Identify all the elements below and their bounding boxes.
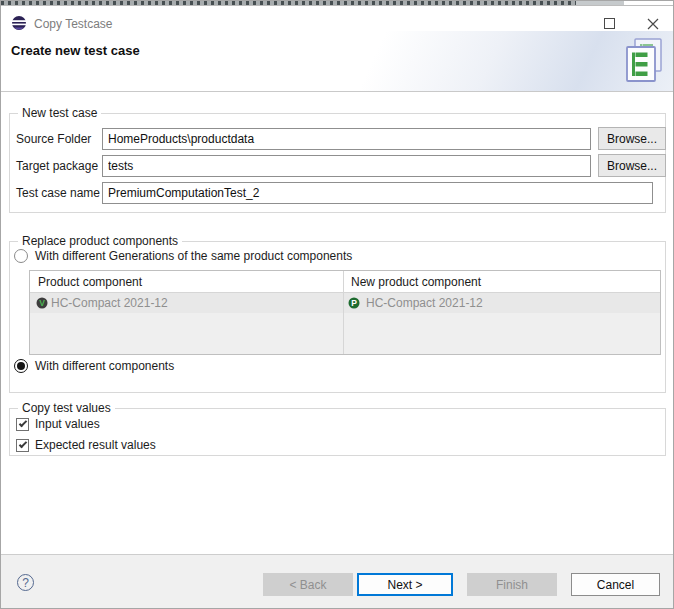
radio-different-generations-label: With different Generations of the same p… <box>35 249 352 263</box>
target-package-browse-button[interactable]: Browse... <box>598 154 666 177</box>
group-new-test-case: New test case Source Folder Browse... Ta… <box>9 113 666 213</box>
radio-different-components-circle[interactable] <box>14 359 28 373</box>
new-product-component-value: HC-Compact 2021-12 <box>366 296 483 310</box>
group-copy-test-values-title: Copy test values <box>18 401 115 415</box>
test-case-name-input[interactable] <box>102 182 653 204</box>
source-folder-label: Source Folder <box>16 132 91 146</box>
group-replace-title: Replace product components <box>18 234 182 248</box>
radio-different-components[interactable]: With different components <box>14 359 174 373</box>
group-copy-test-values: Copy test values Input values Expected r… <box>9 408 666 456</box>
check-icon <box>18 419 26 427</box>
group-replace-product-components: Replace product components With differen… <box>9 241 666 393</box>
product-component-value: HC-Compact 2021-12 <box>51 296 168 310</box>
group-new-test-case-title: New test case <box>18 106 101 120</box>
eclipse-app-icon <box>11 15 27 31</box>
table-row[interactable]: V HC-Compact 2021-12 P HC-Compact 2021-1… <box>30 293 660 313</box>
help-button[interactable]: ? <box>17 574 34 591</box>
component-mapping-table[interactable]: Product component New product component … <box>29 270 661 355</box>
radio-different-generations[interactable]: With different Generations of the same p… <box>14 249 352 263</box>
radio-different-components-label: With different components <box>35 359 174 373</box>
finish-button[interactable]: Finish <box>467 573 557 596</box>
product-generation-icon: V <box>36 297 48 309</box>
help-icon: ? <box>22 576 29 590</box>
maximize-icon <box>604 18 615 29</box>
testcase-copy-icon <box>613 35 667 89</box>
svg-text:P: P <box>351 298 357 308</box>
checkbox-input-values[interactable]: Input values <box>16 417 100 431</box>
checkbox-expected-result-values[interactable]: Expected result values <box>16 438 156 452</box>
copy-testcase-dialog: Copy Testcase Create new test case <box>0 0 674 609</box>
column-product-component: Product component <box>38 275 142 289</box>
button-bar: ? < Back Next > Finish Cancel <box>1 554 673 609</box>
next-button[interactable]: Next > <box>357 573 453 596</box>
column-new-product-component: New product component <box>351 275 481 289</box>
radio-different-generations-circle[interactable] <box>14 249 28 263</box>
titlebar[interactable]: Copy Testcase <box>1 5 673 31</box>
checkbox-expected-result-values-label: Expected result values <box>35 438 156 452</box>
target-package-input[interactable] <box>102 155 591 177</box>
cancel-button[interactable]: Cancel <box>571 573 660 596</box>
close-icon <box>647 18 659 30</box>
source-folder-browse-button[interactable]: Browse... <box>598 127 666 150</box>
table-column-divider <box>343 271 344 354</box>
back-button[interactable]: < Back <box>263 573 353 596</box>
source-folder-input[interactable] <box>102 128 591 150</box>
test-case-name-label: Test case name <box>16 186 100 200</box>
checkbox-expected-result-values-box[interactable] <box>16 439 29 452</box>
svg-text:V: V <box>39 298 45 308</box>
table-header: Product component New product component <box>30 271 660 293</box>
check-icon <box>18 440 26 448</box>
window-title: Copy Testcase <box>34 17 113 31</box>
target-package-label: Target package <box>16 159 98 173</box>
checkbox-input-values-label: Input values <box>35 417 100 431</box>
product-component-icon: P <box>348 297 360 309</box>
page-title: Create new test case <box>11 43 140 58</box>
checkbox-input-values-box[interactable] <box>16 418 29 431</box>
wizard-banner: Create new test case <box>1 31 673 92</box>
table-body: V HC-Compact 2021-12 P HC-Compact 2021-1… <box>30 293 660 354</box>
